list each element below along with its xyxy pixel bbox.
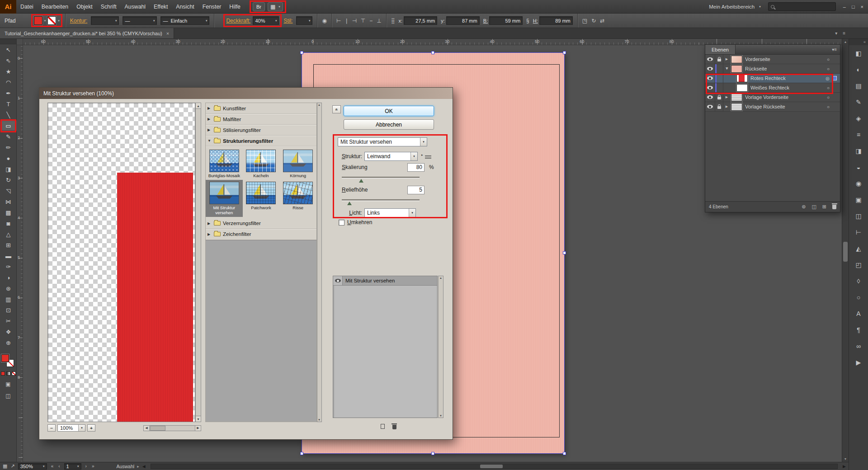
appearance-panel-icon[interactable]: ◉ — [849, 175, 868, 192]
lock-toggle[interactable] — [715, 64, 723, 73]
fill-color-swatch[interactable] — [34, 16, 42, 25]
fill-indicator[interactable] — [1, 354, 9, 362]
lock-toggle[interactable] — [715, 102, 723, 111]
target-circle[interactable] — [827, 85, 830, 90]
layer-vorlage-vorderseite[interactable]: Vorlage Vorderseite — [705, 93, 840, 102]
magic-wand-tool[interactable]: ★ — [0, 66, 17, 77]
scroll-right-icon[interactable]: ▶ — [843, 464, 846, 469]
color-guide-panel-icon[interactable]: ◐ — [849, 61, 868, 78]
hand-tool[interactable]: ❖ — [0, 326, 17, 337]
menu-hilfe[interactable]: Hilfe — [225, 0, 245, 14]
chevron-down-icon[interactable] — [44, 19, 46, 23]
filter-risse[interactable]: Risse — [279, 180, 316, 217]
transform-icon[interactable]: ◳ — [582, 18, 587, 24]
expand-arrow-icon[interactable] — [723, 105, 730, 108]
skalierung-slider[interactable] — [342, 177, 420, 179]
category-zeichenfilter[interactable]: Zeichenfilter — [206, 229, 316, 240]
selection-handle[interactable] — [431, 452, 434, 455]
previous-page-button[interactable]: ‹ — [57, 464, 61, 469]
paragraph-panel-icon[interactable]: ¶ — [849, 322, 868, 338]
gradient-panel-icon[interactable]: ◨ — [849, 143, 868, 159]
screen-mode-icon[interactable]: ◫ — [5, 393, 10, 399]
filter-kacheln[interactable]: Kacheln — [243, 148, 280, 180]
selection-handle[interactable] — [300, 452, 303, 455]
vertical-ruler[interactable]: 012345678 — [17, 45, 23, 462]
x-input[interactable]: 27,5 mm — [404, 16, 437, 25]
filter-preview[interactable] — [47, 103, 195, 422]
y-input[interactable]: 87 mm — [446, 16, 480, 25]
fill-stroke-indicator[interactable] — [1, 354, 15, 368]
stroke-color-swatch[interactable] — [47, 16, 56, 25]
skalierung-input[interactable]: 80 — [407, 163, 425, 172]
clipping-mask-icon[interactable]: ◫ — [811, 204, 816, 210]
reliefhoehe-input[interactable]: 5 — [407, 186, 425, 194]
category-verzerrungsfilter[interactable]: Verzerrungsfilter — [206, 218, 316, 229]
type-tool[interactable]: T — [0, 99, 17, 109]
scrollbar-thumb[interactable] — [480, 465, 503, 468]
close-tab-icon[interactable]: × — [166, 31, 169, 36]
style-swatch-select[interactable] — [296, 16, 312, 25]
rectangle-tool[interactable]: ▭ — [0, 120, 17, 131]
preview-vertical-scrollbar[interactable] — [195, 103, 201, 422]
blob-brush-tool[interactable]: ● — [0, 153, 17, 164]
preview-horizontal-scrollbar[interactable] — [143, 425, 201, 431]
target-object-icon[interactable]: ⊚ — [802, 204, 806, 210]
scrollbar-thumb[interactable] — [150, 426, 165, 431]
symbols-panel-icon[interactable]: ◈ — [849, 110, 868, 127]
free-transform-tool[interactable]: ▩ — [0, 207, 17, 218]
arrange-documents-button[interactable]: ▦ — [268, 2, 283, 11]
menu-objekt[interactable]: Objekt — [72, 0, 97, 14]
panel-menu-icon[interactable] — [843, 31, 845, 36]
layer-rotes-rechteck[interactable]: Rotes Rechteck — [705, 74, 840, 83]
canvas-nav-icon[interactable]: ▦ — [3, 463, 7, 469]
bridge-button[interactable]: Br — [253, 2, 265, 11]
lock-toggle[interactable] — [715, 74, 723, 83]
align-top-icon[interactable]: ⊤ — [361, 18, 365, 24]
column-graph-tool[interactable]: ▥ — [0, 294, 17, 305]
expand-arrow-icon[interactable] — [723, 67, 730, 70]
menu-auswahl[interactable]: Auswahl — [121, 0, 150, 14]
align-panel-icon[interactable]: ⊢ — [849, 224, 868, 240]
flip-icon[interactable]: ⇄ — [600, 18, 604, 24]
pen-tool[interactable]: ✒ — [0, 88, 17, 99]
navigator-panel-icon[interactable]: ◊ — [849, 273, 868, 289]
restore-button[interactable]: □ — [852, 4, 855, 10]
zoom-level-select[interactable]: 100% — [57, 424, 85, 432]
artboards-panel-icon[interactable]: ◫ — [849, 208, 868, 224]
visibility-toggle[interactable] — [705, 83, 715, 92]
rotate-icon[interactable]: ↻ — [591, 18, 596, 24]
ruler-origin-box[interactable] — [17, 39, 23, 45]
width-input[interactable]: 59 mm — [489, 16, 523, 25]
scroll-up-icon[interactable] — [196, 103, 201, 109]
links-panel-icon[interactable]: ∞ — [849, 338, 868, 354]
character-panel-icon[interactable]: A — [849, 306, 868, 322]
layer-vorlage-rueckseite[interactable]: Vorlage Rückseite — [705, 102, 840, 112]
width-profile-select[interactable]: — — [123, 16, 157, 25]
scale-tool[interactable]: ◹ — [0, 185, 17, 196]
blend-tool[interactable]: ◑ — [0, 272, 17, 283]
zoom-level-select[interactable]: 350% — [18, 463, 47, 470]
lock-toggle[interactable] — [715, 83, 723, 92]
lock-toggle[interactable] — [715, 55, 723, 64]
reference-point-grid-icon[interactable]: ⣿ — [391, 18, 395, 24]
scroll-right-icon[interactable] — [195, 426, 201, 431]
brushes-panel-icon[interactable]: ✎ — [849, 94, 868, 110]
rotate-tool[interactable]: ↻ — [0, 174, 17, 185]
new-effect-layer-button[interactable] — [378, 423, 387, 430]
filter-list-scrollbar[interactable] — [317, 103, 322, 422]
texture-menu-icon[interactable] — [425, 155, 431, 159]
pathfinder-panel-icon[interactable]: ◭ — [849, 240, 868, 257]
menu-datei[interactable]: Datei — [16, 0, 38, 14]
cancel-button[interactable]: Abbrechen — [344, 119, 434, 130]
h-label[interactable]: H: — [533, 18, 538, 24]
visibility-toggle[interactable] — [705, 93, 715, 102]
next-page-button[interactable]: › — [85, 464, 88, 469]
scroll-up-icon[interactable] — [842, 39, 849, 45]
line-segment-tool[interactable]: ╲ — [0, 109, 17, 120]
document-tab[interactable]: Tutorial_Geschenkanhaenger_drucken.ai* b… — [0, 28, 174, 38]
lasso-tool[interactable]: ◠ — [0, 77, 17, 88]
align-bottom-icon[interactable]: ⊥ — [377, 18, 381, 24]
selection-handle[interactable] — [563, 452, 566, 455]
transform-panel-icon[interactable]: ◰ — [849, 257, 868, 273]
effect-row[interactable]: Mit Struktur versehen — [333, 276, 437, 286]
